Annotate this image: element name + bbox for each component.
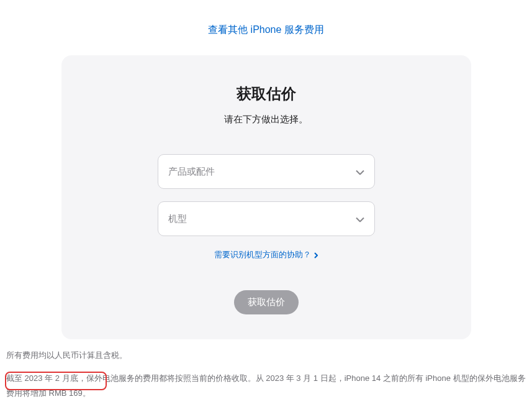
chevron-down-icon [356,167,364,177]
footer-notes: 所有费用均以人民币计算且含税。 截至 2023 年 2 月底，保外电池服务的费用… [0,348,532,400]
product-select-placeholder: 产品或配件 [168,166,215,178]
card-title: 获取估价 [86,84,446,104]
footer-line-1: 所有费用均以人民币计算且含税。 [6,348,526,362]
chevron-down-icon [356,214,364,224]
help-link-container: 需要识别机型方面的协助？ [86,249,446,260]
model-select-placeholder: 机型 [168,213,187,225]
model-select[interactable]: 机型 [158,201,375,236]
estimate-card: 获取估价 请在下方做出选择。 产品或配件 机型 需要识别机型方面的协助？ 获取估… [61,55,471,339]
identify-model-help-link[interactable]: 需要识别机型方面的协助？ [214,250,318,259]
product-select[interactable]: 产品或配件 [158,154,375,189]
help-link-text: 需要识别机型方面的协助？ [214,250,311,259]
top-link-container: 查看其他 iPhone 服务费用 [0,0,532,55]
get-estimate-button[interactable]: 获取估价 [234,290,299,314]
model-select-wrapper: 机型 [158,201,375,236]
chevron-right-icon [314,250,318,259]
card-subtitle: 请在下方做出选择。 [86,114,446,126]
other-services-link[interactable]: 查看其他 iPhone 服务费用 [208,24,324,35]
product-select-wrapper: 产品或配件 [158,154,375,189]
footer-line-2: 截至 2023 年 2 月底，保外电池服务的费用都将按照当前的价格收取。从 20… [6,371,526,400]
